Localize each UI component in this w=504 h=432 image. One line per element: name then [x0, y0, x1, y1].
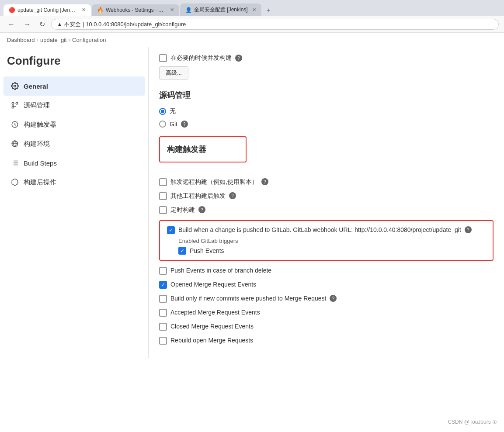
- merge-commits-label: Build only if new commits were pushed to…: [170, 295, 326, 302]
- refresh-button[interactable]: ↻: [37, 19, 48, 29]
- merge-closed-checkbox[interactable]: [159, 323, 167, 331]
- new-tab-button[interactable]: +: [262, 4, 275, 16]
- merge-closed-label: Closed Merge Request Events: [170, 323, 254, 330]
- push-delete-checkbox[interactable]: [159, 267, 167, 275]
- merge-commits-row: Build only if new commits were pushed to…: [159, 295, 494, 303]
- source-git-radio[interactable]: [159, 121, 166, 128]
- back-button[interactable]: ←: [5, 20, 17, 29]
- rebuild-open-checkbox[interactable]: [159, 337, 167, 345]
- source-none-row: 无: [159, 107, 494, 115]
- concurrent-build-help[interactable]: ?: [235, 55, 242, 62]
- merge-commits-help[interactable]: ?: [330, 295, 337, 302]
- merge-closed-row: Closed Merge Request Events: [159, 323, 494, 331]
- svg-point-1: [12, 102, 14, 104]
- sidebar-title: Configure: [0, 54, 148, 76]
- source-none-label: 无: [170, 107, 176, 115]
- breadcrumb-configuration: Configuration: [72, 37, 106, 43]
- box-icon: [10, 178, 19, 187]
- trigger-remote-label: 触发远程构建（例如,使用脚本）: [170, 178, 258, 186]
- tab-1-favicon: 🔴: [9, 7, 15, 13]
- advanced-button[interactable]: 高级...: [159, 66, 188, 79]
- rebuild-open-row: Rebuild open Merge Requests: [159, 337, 494, 345]
- tab-3-title: 全局安全配置 [Jenkins]: [194, 6, 248, 14]
- tab-1-title: update_git Config [Jenkins]: [17, 7, 77, 13]
- trigger-cron-checkbox[interactable]: [159, 206, 167, 214]
- list-icon: [10, 159, 19, 167]
- trigger-section-title-box: 构建触发器: [159, 136, 247, 162]
- sidebar-item-trigger[interactable]: 构建触发器: [3, 115, 145, 134]
- tab-3-close[interactable]: ✕: [252, 7, 256, 13]
- tab-2[interactable]: 🔥 Webhooks · Settings · dev1 / c... ✕: [92, 4, 179, 16]
- trigger-other-help[interactable]: ?: [229, 192, 236, 199]
- browser-chrome: 🔴 update_git Config [Jenkins] ✕ 🔥 Webhoo…: [0, 0, 504, 33]
- breadcrumb-dashboard[interactable]: Dashboard: [7, 37, 35, 43]
- concurrent-build-row: 在必要的时候并发构建 ?: [159, 54, 494, 62]
- trigger-other-checkbox[interactable]: [159, 192, 167, 200]
- sidebar-item-build-steps[interactable]: Build Steps: [3, 153, 145, 173]
- address-input[interactable]: [51, 19, 499, 30]
- main-content: 在必要的时候并发构建 ? 高级... 源码管理 无 Git ? 构建触发器 触发…: [149, 47, 504, 358]
- trigger-cron-help[interactable]: ?: [198, 206, 205, 213]
- concurrent-build-label: 在必要的时候并发构建: [170, 54, 232, 62]
- merge-opened-checkbox[interactable]: [159, 281, 167, 289]
- tab-1[interactable]: 🔴 update_git Config [Jenkins] ✕: [3, 4, 91, 16]
- push-delete-label: Push Events in case of branch delete: [170, 267, 271, 274]
- rebuild-open-label: Rebuild open Merge Requests: [170, 337, 253, 344]
- merge-opened-row: Opened Merge Request Events: [159, 281, 494, 289]
- push-events-row: Push Events: [178, 247, 486, 255]
- svg-point-2: [12, 106, 14, 108]
- merge-accepted-row: Accepted Merge Request Events: [159, 309, 494, 317]
- branch-icon: [10, 101, 19, 110]
- tab-2-favicon: 🔥: [97, 7, 103, 13]
- push-events-label: Push Events: [190, 247, 224, 254]
- trigger-cron-row: 定时构建 ?: [159, 206, 494, 214]
- sidebar-item-source[interactable]: 源码管理: [3, 96, 145, 115]
- push-events-checkbox[interactable]: [178, 247, 186, 255]
- svg-point-0: [14, 85, 16, 87]
- push-delete-row: Push Events in case of branch delete: [159, 267, 494, 275]
- source-none-radio[interactable]: [159, 108, 166, 115]
- trigger-other-row: 其他工程构建后触发 ?: [159, 192, 494, 200]
- sidebar-item-post-build[interactable]: 构建后操作: [3, 173, 145, 192]
- sidebar-source-label: 源码管理: [24, 101, 50, 110]
- forward-button[interactable]: →: [21, 20, 33, 29]
- trigger-remote-help[interactable]: ?: [261, 178, 268, 185]
- page-body: Configure General 源码: [0, 47, 504, 358]
- tab-3-favicon: 👤: [185, 7, 191, 13]
- merge-opened-label: Opened Merge Request Events: [170, 281, 256, 288]
- trigger-other-label: 其他工程构建后触发: [170, 192, 226, 200]
- trigger-section-title: 构建触发器: [167, 144, 239, 155]
- tab-1-close[interactable]: ✕: [82, 7, 86, 13]
- sidebar-post-build-label: 构建后操作: [24, 178, 56, 187]
- tab-2-close[interactable]: ✕: [170, 7, 174, 13]
- merge-commits-checkbox[interactable]: [159, 295, 167, 303]
- tab-2-title: Webhooks · Settings · dev1 / c...: [106, 7, 166, 13]
- sidebar-env-label: 构建环境: [24, 140, 50, 148]
- sidebar-build-steps-label: Build Steps: [24, 159, 57, 167]
- concurrent-build-checkbox[interactable]: [159, 54, 167, 62]
- gitlab-trigger-box: Build when a change is pushed to GitLab.…: [159, 220, 494, 261]
- sidebar-item-general[interactable]: General: [3, 76, 145, 96]
- svg-point-3: [16, 102, 18, 104]
- globe-icon: [10, 139, 19, 148]
- merge-accepted-label: Accepted Merge Request Events: [170, 309, 260, 316]
- merge-accepted-checkbox[interactable]: [159, 309, 167, 317]
- trigger-remote-checkbox[interactable]: [159, 178, 167, 186]
- gitlab-trigger-row: Build when a change is pushed to GitLab.…: [167, 226, 486, 234]
- sidebar-trigger-label: 构建触发器: [24, 121, 56, 129]
- tab-3[interactable]: 👤 全局安全配置 [Jenkins] ✕: [180, 3, 261, 16]
- sidebar-item-env[interactable]: 构建环境: [3, 134, 145, 153]
- source-git-label: Git: [170, 121, 177, 128]
- gitlab-trigger-label: Build when a change is pushed to GitLab.…: [178, 226, 461, 233]
- enabled-triggers-label: Enabled GitLab triggers: [178, 238, 486, 244]
- breadcrumb-update-git[interactable]: update_git: [40, 37, 67, 43]
- gitlab-trigger-checkbox[interactable]: [167, 226, 175, 234]
- source-git-row: Git ?: [159, 121, 494, 128]
- source-section-title: 源码管理: [159, 90, 494, 100]
- gitlab-trigger-help[interactable]: ?: [465, 226, 472, 233]
- sidebar: Configure General 源码: [0, 47, 149, 358]
- source-git-help[interactable]: ?: [181, 121, 188, 128]
- sidebar-general-label: General: [24, 83, 48, 90]
- breadcrumb: Dashboard › update_git › Configuration: [0, 33, 504, 47]
- trigger-cron-label: 定时构建: [170, 206, 195, 214]
